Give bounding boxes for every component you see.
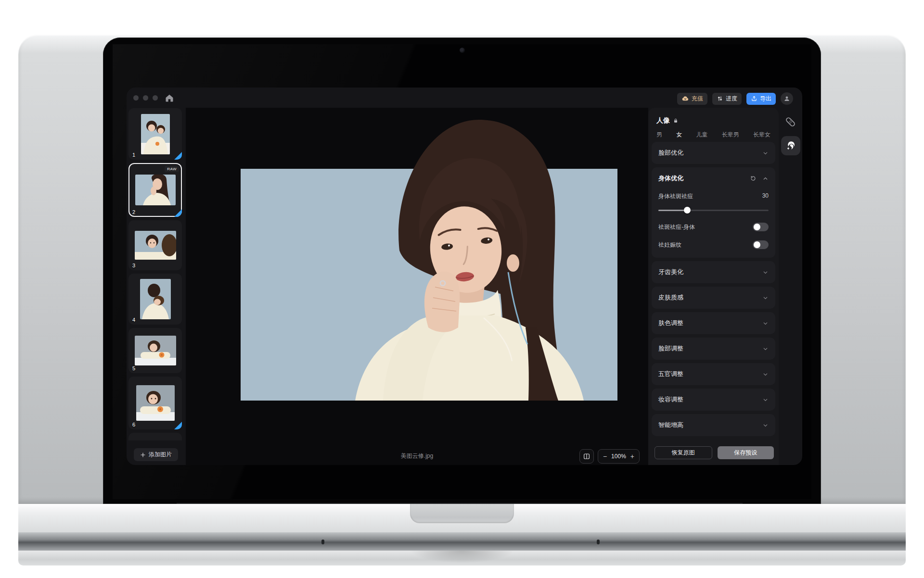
body-acne-slider[interactable]	[658, 207, 769, 214]
recharge-label: 充值	[692, 95, 703, 103]
add-image-button[interactable]: 添加图片	[134, 448, 178, 461]
tool-rail	[779, 115, 802, 155]
tab-female-active[interactable]: 女	[676, 131, 682, 143]
sort-arrows-icon	[717, 95, 723, 102]
slider-fill	[658, 210, 687, 211]
chevron-down-icon	[762, 422, 769, 428]
zoom-in-button[interactable]: +	[630, 453, 634, 460]
person-icon	[783, 95, 791, 102]
thumbnail-partial[interactable]	[128, 433, 182, 440]
app-window: 充值 进度 导出 1 RAW 2	[127, 88, 802, 465]
section-teeth[interactable]: 牙齿美化	[652, 261, 775, 283]
window-zoom-button[interactable]	[153, 95, 158, 101]
laptop-front-edge	[18, 532, 906, 551]
home-button[interactable]	[165, 93, 174, 103]
chevron-down-icon	[762, 346, 769, 352]
plus-icon	[140, 452, 146, 458]
tab-elder-female[interactable]: 长辈女	[753, 131, 770, 143]
section-skin-texture[interactable]: 皮肤质感	[652, 287, 775, 309]
raw-badge: RAW	[165, 166, 179, 172]
toggle-stretch-label: 祛妊娠纹	[658, 241, 681, 249]
edited-corner-badge	[174, 152, 182, 160]
tab-male[interactable]: 男	[656, 131, 662, 143]
section-skin-tone[interactable]: 肤色调整	[652, 312, 775, 334]
edit-panel: 人像 男 女 儿童 长辈男 长辈女 脸部优化 身体优化	[648, 108, 779, 465]
thumbnail-1[interactable]: 1	[128, 108, 182, 160]
recharge-button[interactable]: 充值	[677, 93, 707, 105]
reset-icon[interactable]	[750, 175, 757, 182]
thumbnail-number: 6	[132, 422, 135, 427]
gender-tabs: 男 女 儿童 长辈男 长辈女	[656, 131, 770, 143]
zoom-control: − 100% +	[598, 449, 640, 464]
tab-child[interactable]: 儿童	[696, 131, 708, 143]
export-button[interactable]: 导出	[746, 93, 776, 105]
page: 充值 进度 导出 1 RAW 2	[0, 0, 924, 578]
chevron-down-icon	[762, 150, 769, 156]
toggle-acne-label: 祛斑祛痘-身体	[658, 223, 695, 231]
slider-knob[interactable]	[684, 207, 691, 214]
thumbnail-number: 5	[132, 365, 135, 371]
split-compare-icon	[583, 452, 590, 460]
thumbnail-5[interactable]: 5	[128, 328, 182, 373]
window-minimize-button[interactable]	[143, 95, 148, 101]
thumbnail-6[interactable]: 6	[128, 377, 182, 429]
account-avatar[interactable]	[781, 92, 793, 105]
slider-value: 30	[762, 192, 769, 201]
toggle-acne-body[interactable]	[753, 223, 769, 231]
section-makeup-adjust[interactable]: 妆容调整	[652, 389, 775, 411]
add-image-label: 添加图片	[149, 451, 172, 459]
save-preset-button[interactable]: 保存预设	[718, 446, 774, 459]
edited-corner-badge	[174, 422, 182, 429]
webcam-dot	[460, 48, 465, 53]
chevron-down-icon	[762, 269, 769, 276]
chevron-down-icon	[762, 397, 769, 403]
laptop-port-dot	[597, 540, 600, 544]
thumbnail-2-selected[interactable]: RAW 2	[128, 163, 182, 217]
window-close-button[interactable]	[133, 95, 139, 101]
thumbnail-number: 3	[132, 263, 135, 268]
photo-canvas[interactable]	[241, 169, 617, 401]
laptop-lid-notch	[410, 504, 514, 523]
thumbnail-number: 1	[132, 152, 135, 158]
chevron-down-icon	[762, 295, 769, 301]
section-features-adjust[interactable]: 五官调整	[652, 363, 775, 385]
laptop-base-notch-shadow	[410, 551, 514, 563]
bandage-retouch-icon[interactable]	[784, 115, 797, 128]
edited-corner-badge	[174, 209, 182, 217]
section-face-optimize[interactable]: 脸部优化	[652, 142, 775, 164]
tab-elder-male[interactable]: 长辈男	[722, 131, 739, 143]
panel-title: 人像	[656, 116, 670, 125]
export-label: 导出	[760, 95, 771, 103]
section-face-adjust[interactable]: 脸部调整	[652, 338, 775, 360]
restore-original-button[interactable]: 恢复原图	[654, 446, 712, 459]
progress-button[interactable]: 进度	[712, 93, 742, 105]
toggle-stretch-marks[interactable]	[753, 240, 769, 249]
filename-label: 美图云修.jpg	[186, 452, 648, 460]
home-icon	[165, 93, 174, 103]
thumbnail-sidebar: 1 RAW 2 3 4 5 6	[128, 108, 182, 440]
chevron-down-icon	[762, 320, 769, 327]
laptop-port-dot	[321, 540, 324, 544]
body-section-title: 身体优化	[658, 174, 683, 183]
thumbnail-number: 2	[132, 209, 135, 215]
section-body-optimize-expanded: 身体优化 身体祛斑祛痘 30	[652, 167, 775, 258]
progress-label: 进度	[726, 95, 737, 103]
thumbnail-4[interactable]: 4	[128, 274, 182, 325]
slider-label: 身体祛斑祛痘	[658, 192, 693, 201]
portrait-beauty-tool-active[interactable]	[781, 136, 800, 155]
lock-icon	[673, 118, 679, 124]
thumbnail-number: 4	[132, 317, 135, 323]
upload-icon	[751, 95, 757, 102]
chevron-down-icon	[762, 371, 769, 377]
portrait-face-icon	[785, 140, 796, 151]
canvas-region: 美图云修.jpg − 100% +	[186, 108, 648, 465]
zoom-out-button[interactable]: −	[603, 453, 607, 460]
compare-view-button[interactable]	[579, 449, 594, 464]
cloud-icon	[681, 95, 689, 102]
zoom-level: 100%	[611, 453, 626, 460]
chevron-up-icon[interactable]	[762, 176, 769, 182]
window-controls[interactable]	[133, 95, 158, 101]
thumbnail-3[interactable]: 3	[128, 220, 182, 270]
section-smart-height[interactable]: 智能增高	[652, 414, 775, 436]
